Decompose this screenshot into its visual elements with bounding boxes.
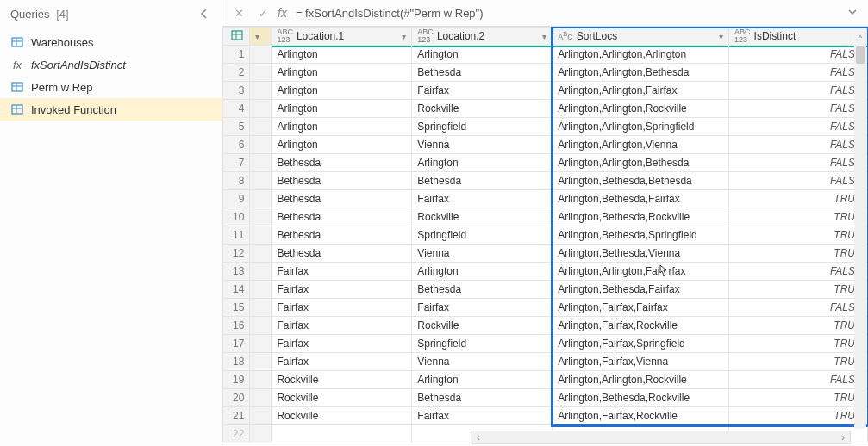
table-row[interactable]: 3ArlingtonFairfaxArlington,Arlington,Fai… [223,82,868,100]
row-number[interactable]: 5 [223,118,250,136]
table-row[interactable]: 13FairfaxArlingtonArlington,Arlington,Fa… [223,263,868,281]
cell[interactable]: Arlington,Arlington,Springfield [553,118,729,136]
horizontal-scrollbar[interactable]: ‹ › [471,431,851,444]
cell[interactable]: FALSE [729,46,868,64]
cell[interactable]: Bethesda [412,172,553,190]
cell[interactable]: Arlington,Fairfax,Vienna [553,353,729,371]
table-corner-button[interactable] [223,28,250,46]
cell[interactable]: Bethesda [272,245,412,263]
cell[interactable]: Arlington,Bethesda,Vienna [553,245,729,263]
sidebar-item-fxsortandisdistinct[interactable]: fxfxSortAndIsDistinct [0,53,222,76]
cell[interactable]: Arlington [412,46,553,64]
cell[interactable]: Fairfax [412,299,553,317]
sidebar-item-perm-w-rep[interactable]: Perm w Rep [0,76,222,98]
column-header-isdistinct[interactable]: ABC123 IsDistinct ▾ [729,28,868,46]
cell[interactable]: Arlington [272,82,412,100]
scroll-left-icon[interactable]: ‹ [471,431,485,443]
cell[interactable]: TRUE [729,407,868,425]
cell[interactable]: Rockville [412,208,553,226]
cell[interactable]: Arlington [412,371,553,389]
cell[interactable]: Arlington,Bethesda,Fairfax [553,281,729,299]
cell[interactable]: Arlington [412,154,553,172]
table-row[interactable]: 10BethesdaRockvilleArlington,Bethesda,Ro… [223,208,868,226]
cell[interactable]: Bethesda [272,154,412,172]
cell[interactable]: Arlington,Arlington,Bethesda [553,64,729,82]
row-number[interactable]: 15 [223,299,250,317]
table-row[interactable]: 2ArlingtonBethesdaArlington,Arlington,Be… [223,64,868,82]
table-row[interactable]: 9BethesdaFairfaxArlington,Bethesda,Fairf… [223,190,868,208]
row-number[interactable]: 6 [223,136,250,154]
cell[interactable]: TRUE [729,389,868,407]
cell[interactable]: TRUE [729,353,868,371]
cell[interactable]: Vienna [412,353,553,371]
sidebar-item-warehouses[interactable]: Warehouses [0,31,222,53]
cell[interactable]: FALSE [729,100,868,118]
column-header-location2[interactable]: ABC123 Location.2 ▾ [412,28,553,46]
row-number[interactable]: 8 [223,172,250,190]
cell[interactable]: Arlington [412,263,553,281]
row-number[interactable]: 2 [223,64,250,82]
row-number[interactable]: 9 [223,190,250,208]
row-number[interactable]: 14 [223,281,250,299]
table-row[interactable]: 8BethesdaBethesdaArlington,Bethesda,Beth… [223,172,868,190]
sidebar-item-invoked-function[interactable]: Invoked Function [0,98,222,121]
cell[interactable]: Arlington,Fairfax,Rockville [553,317,729,335]
cell[interactable]: Arlington,Fairfax,Rockville [553,407,729,425]
table-row[interactable]: 6ArlingtonViennaArlington,Arlington,Vien… [223,136,868,154]
cell[interactable]: Fairfax [412,82,553,100]
row-number[interactable]: 18 [223,353,250,371]
row-number[interactable]: 16 [223,317,250,335]
cell[interactable]: FALSE [729,263,868,281]
cell[interactable]: Arlington [272,118,412,136]
cell[interactable]: Fairfax [272,299,412,317]
table-row[interactable]: 19RockvilleArlingtonArlington,Arlington,… [223,371,868,389]
cell[interactable]: Arlington,Bethesda,Bethesda [553,172,729,190]
cell[interactable]: TRUE [729,317,868,335]
cell[interactable]: Fairfax [412,407,553,425]
data-grid[interactable]: ▾ ABC123 Location.1 ▾ ABC123 Location.2 … [222,27,868,443]
cell[interactable]: Bethesda [272,172,412,190]
cell[interactable]: Vienna [412,136,553,154]
cell[interactable]: Bethesda [412,64,553,82]
cell[interactable]: Arlington,Bethesda,Fairfax [553,190,729,208]
cell[interactable]: TRUE [729,208,868,226]
cell[interactable]: Arlington,Arlington,Bethesda [553,154,729,172]
cell[interactable]: Bethesda [412,389,553,407]
cell[interactable]: Fairfax [272,317,412,335]
table-row[interactable]: 18FairfaxViennaArlington,Fairfax,ViennaT… [223,353,868,371]
cell[interactable]: FALSE [729,64,868,82]
cell[interactable]: FALSE [729,118,868,136]
row-number[interactable]: 4 [223,100,250,118]
cell[interactable]: FALSE [729,172,868,190]
cell[interactable]: FALSE [729,136,868,154]
row-number[interactable]: 1 [223,46,250,64]
cell[interactable]: Vienna [412,245,553,263]
cell[interactable]: Arlington [272,136,412,154]
cell[interactable]: Arlington [272,64,412,82]
table-row[interactable]: 14FairfaxBethesdaArlington,Bethesda,Fair… [223,281,868,299]
row-number[interactable]: 17 [223,335,250,353]
row-number[interactable]: 3 [223,82,250,100]
scroll-right-icon[interactable]: › [836,431,850,443]
table-row[interactable]: 7BethesdaArlingtonArlington,Arlington,Be… [223,154,868,172]
cell[interactable]: Fairfax [272,353,412,371]
row-selector-header[interactable]: ▾ [250,28,272,46]
filter-icon[interactable]: ▾ [719,32,723,41]
cell[interactable]: Springfield [412,226,553,245]
cell[interactable]: Arlington,Arlington,Rockville [553,371,729,389]
filter-icon[interactable]: ▾ [402,32,406,41]
cell[interactable]: FALSE [729,371,868,389]
table-row[interactable]: 17FairfaxSpringfieldArlington,Fairfax,Sp… [223,335,868,353]
vertical-scrollbar[interactable]: ˄ [854,34,866,429]
table-row[interactable]: 1ArlingtonArlingtonArlington,Arlington,A… [223,46,868,64]
cell[interactable]: FALSE [729,82,868,100]
table-row[interactable]: 15FairfaxFairfaxArlington,Fairfax,Fairfa… [223,299,868,317]
expand-formula-icon[interactable] [844,7,861,20]
row-number[interactable]: 19 [223,371,250,389]
cell[interactable]: Arlington,Fairfax,Fairfax [553,299,729,317]
cell[interactable]: TRUE [729,190,868,208]
table-row[interactable]: 12BethesdaViennaArlington,Bethesda,Vienn… [223,245,868,263]
cell[interactable]: Rockville [272,389,412,407]
row-number[interactable]: 10 [223,208,250,226]
table-row[interactable]: 16FairfaxRockvilleArlington,Fairfax,Rock… [223,317,868,335]
